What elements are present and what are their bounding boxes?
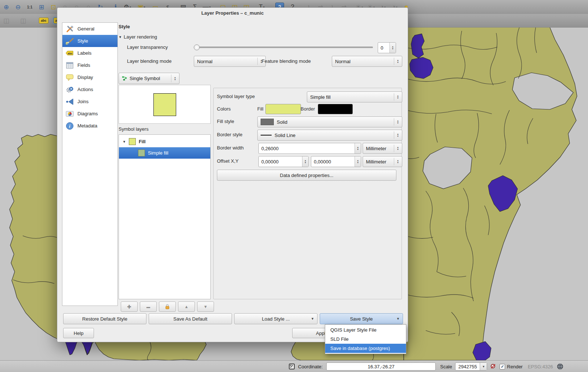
offset-x-spinbox[interactable]: ▲▼	[258, 156, 309, 167]
transparency-slider-handle[interactable]	[194, 44, 200, 50]
transparency-input[interactable]	[378, 45, 389, 51]
tree-row-fill[interactable]: ▼ Fill	[119, 136, 210, 147]
combo-arrows-icon: ▲▼	[394, 58, 399, 65]
zoom-native-icon[interactable]: 1:1	[25, 2, 35, 12]
symbol-layer-type-label: Symbol layer type	[217, 94, 255, 100]
sidebar-label: General	[77, 26, 94, 32]
border-style-combo[interactable]: Solid Line ▲▼	[257, 130, 402, 141]
sidebar-item-actions[interactable]: Actions	[62, 83, 117, 95]
border-width-unit-combo[interactable]: Millimeter ▲▼	[363, 143, 402, 154]
border-width-input[interactable]	[259, 146, 355, 151]
single-symbol-icon	[122, 76, 127, 81]
offset-x-input[interactable]	[259, 159, 302, 165]
spinner-arrows-icon[interactable]: ▲▼	[302, 156, 308, 167]
sidebar-label: Metadata	[77, 123, 97, 129]
table-icon	[65, 61, 74, 70]
sidebar-item-style[interactable]: Style	[62, 35, 117, 47]
spinner-arrows-icon[interactable]: ▲▼	[355, 156, 361, 167]
extents-toggle-icon[interactable]	[288, 363, 295, 370]
transparency-slider[interactable]	[194, 47, 373, 48]
menu-item-qgis-style-file[interactable]: QGIS Layer Style File	[325, 325, 406, 335]
collapse-arrow-icon: ▼	[119, 35, 124, 39]
help-button[interactable]: Help	[63, 328, 94, 338]
render-checkbox[interactable]: ✓	[500, 364, 505, 369]
menu-item-sld-file[interactable]: SLD File	[325, 335, 406, 344]
sidebar-label: Fields	[77, 62, 90, 68]
fill-style-combo[interactable]: Solid ▲▼	[257, 116, 402, 127]
sidebar-label: Actions	[77, 87, 93, 92]
sidebar-label: Labels	[77, 50, 91, 56]
offset-y-spinbox[interactable]: ▲▼	[311, 156, 361, 167]
crs-globe-icon[interactable]	[557, 363, 563, 370]
render-label: Render	[507, 364, 523, 369]
coordinate-label: Coordinate:	[298, 364, 323, 369]
svg-text:abc: abc	[68, 52, 73, 55]
sidebar-item-joins[interactable]: Joins	[62, 95, 117, 108]
layer-properties-dialog: Layer Properties – c_munic General Style…	[57, 7, 408, 342]
menu-item-save-in-database[interactable]: Save in database (postgres)	[325, 344, 406, 353]
lock-symbol-layer-button[interactable]	[159, 301, 176, 312]
label-toolbar-icon[interactable]: abc	[39, 18, 48, 24]
fill-swatch-icon	[129, 138, 136, 145]
renderer-combo[interactable]: Single Symbol ▲▼	[119, 73, 179, 84]
save-style-menu: QGIS Layer Style File SLD File Save in d…	[325, 324, 406, 354]
colors-label: Colors	[217, 106, 231, 112]
add-symbol-layer-button[interactable]: ✚	[121, 301, 138, 312]
fill-style-label: Fill style	[217, 119, 234, 124]
transparency-spinbox[interactable]: ▲▼	[378, 42, 396, 53]
restore-default-style-button[interactable]: Restore Default Style	[63, 313, 146, 324]
coordinate-input[interactable]	[326, 362, 436, 371]
svg-text:i: i	[69, 123, 70, 129]
spinner-arrows-icon[interactable]: ▲▼	[389, 43, 396, 53]
layer-blend-label: Layer blending mode	[127, 58, 171, 64]
move-up-button[interactable]: ▲	[178, 301, 195, 312]
border-width-spinbox[interactable]: ▲▼	[258, 143, 361, 154]
layer-blend-combo[interactable]: Normal ▲▼	[194, 56, 266, 67]
symbol-layer-type-combo[interactable]: Simple fill ▲▼	[307, 91, 402, 102]
spinner-arrows-icon[interactable]: ▲▼	[355, 143, 361, 154]
save-as-default-button[interactable]: Save As Default	[149, 313, 232, 324]
sidebar-item-labels[interactable]: abc Labels	[62, 47, 117, 59]
speech-bubble-icon	[65, 73, 74, 82]
abc-tag-icon: abc	[65, 49, 74, 58]
save-style-button[interactable]: Save Style ▼	[320, 313, 403, 324]
sidebar-item-diagrams[interactable]: Diagrams	[62, 108, 117, 120]
status-bar: Coordinate: Scale 2942755 ▼ ✓ Render EPS…	[0, 360, 588, 372]
pie-chart-icon	[65, 109, 74, 118]
copy-style-icon: ◫	[1, 16, 11, 25]
plus-icon: ✚	[127, 304, 131, 310]
offset-unit-combo[interactable]: Millimeter ▲▼	[363, 156, 402, 167]
border-color-button[interactable]	[318, 104, 353, 114]
feature-blend-combo[interactable]: Normal ▲▼	[332, 56, 402, 67]
layer-rendering-group[interactable]: ▼ Layer rendering	[119, 34, 157, 40]
scale-lock-icon[interactable]	[490, 363, 497, 370]
combo-arrows-icon: ▲▼	[394, 118, 399, 126]
dropdown-caret-icon[interactable]: ▼	[480, 363, 487, 370]
zoom-in-icon[interactable]: ⊕	[1, 2, 11, 12]
remove-symbol-layer-button[interactable]: ▬	[140, 301, 157, 312]
move-down-button[interactable]: ▼	[197, 301, 214, 312]
sidebar-item-display[interactable]: Display	[62, 71, 117, 83]
dropdown-caret-icon: ▼	[393, 315, 400, 322]
offset-y-input[interactable]	[311, 159, 355, 165]
sidebar-label: Diagrams	[77, 111, 98, 116]
border-width-label: Border width	[217, 145, 244, 151]
border-color-label: Border	[301, 106, 315, 112]
dialog-title: Layer Properties – c_munic	[57, 10, 408, 16]
paintbrush-icon	[65, 37, 74, 46]
symbol-preview-swatch	[153, 93, 176, 116]
combo-arrows-icon: ▲▼	[171, 75, 176, 82]
minus-icon: ▬	[146, 305, 150, 309]
zoom-out-icon[interactable]: ⊖	[13, 2, 23, 12]
fill-color-button[interactable]	[265, 104, 301, 114]
zoom-full-icon[interactable]: ⊞	[37, 2, 46, 12]
dropdown-caret-icon: ▼	[308, 315, 314, 322]
sidebar-item-fields[interactable]: Fields	[62, 59, 117, 71]
sidebar-item-metadata[interactable]: i Metadata	[62, 120, 117, 132]
data-defined-properties-button[interactable]: Data defined properties...	[217, 170, 396, 181]
scale-combo[interactable]: 2942755 ▼	[455, 362, 487, 371]
load-style-button[interactable]: Load Style ... ▼	[234, 313, 317, 324]
sidebar-item-general[interactable]: General	[62, 23, 117, 35]
expander-icon[interactable]: ▼	[123, 140, 126, 144]
tree-row-simple-fill[interactable]: Simple fill	[119, 147, 210, 159]
